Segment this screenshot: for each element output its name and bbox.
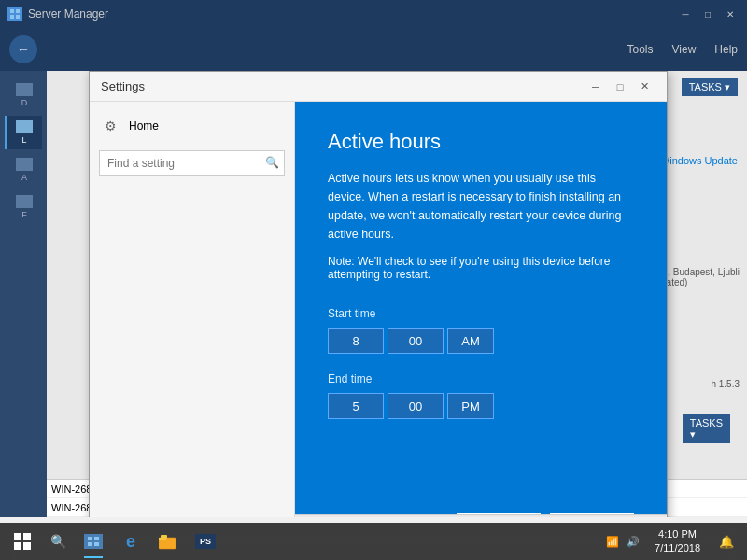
tools-menu[interactable]: Tools — [627, 43, 654, 56]
settings-sidebar: ⚙ Home 🔍 — [90, 102, 295, 517]
taskbar-date-display: 7/11/2018 — [655, 541, 700, 555]
tasks-button-bottom[interactable]: TASKS ▾ — [683, 414, 730, 443]
start-button[interactable] — [4, 523, 41, 560]
latest-updates-bar: Looking for info on the latest updates? … — [295, 515, 667, 517]
sidebar-icon-a — [16, 158, 33, 171]
server-manager-title: Server Manager — [28, 7, 108, 21]
dialog-note: Note: We'll check to see if you're using… — [328, 255, 634, 281]
sidebar-item-d[interactable]: D — [5, 78, 42, 112]
taskbar-notification-button[interactable]: 🔔 — [710, 523, 743, 560]
start-hour-field[interactable]: 8 — [328, 328, 384, 354]
taskbar-clock[interactable]: 4:10 PM 7/11/2018 — [649, 527, 706, 556]
settings-minimize-button[interactable]: ─ — [585, 76, 607, 98]
server-manager-window: Server Manager ─ □ ✕ ← Tools View Help D… — [0, 0, 747, 560]
svg-rect-8 — [88, 537, 92, 540]
settings-window: Settings ─ □ ✕ ⚙ Home — [89, 71, 668, 517]
sm-close-button[interactable]: ✕ — [721, 5, 740, 23]
svg-rect-11 — [94, 542, 99, 546]
network-icon: 📶 — [606, 536, 619, 548]
sidebar-icon-d — [16, 83, 33, 96]
settings-maximize-button[interactable]: □ — [609, 76, 631, 98]
sm-layout: D L A F TASKS ▾ using Windows Update — [0, 71, 747, 517]
settings-close-button[interactable]: ✕ — [633, 76, 655, 98]
taskbar-item-powershell[interactable]: PS — [187, 523, 224, 560]
taskbar-system-icons: 📶 🔊 — [600, 536, 645, 548]
sm-window-controls: ─ □ ✕ — [676, 5, 740, 23]
sm-maximize-button[interactable]: □ — [698, 5, 717, 23]
sm-back-button[interactable]: ← — [9, 35, 37, 63]
powershell-icon: PS — [195, 534, 216, 549]
volume-icon: 🔊 — [627, 536, 640, 548]
taskbar: 🔍 e PS 📶 🔊 4:10 PM — [0, 523, 747, 560]
sm-minimize-button[interactable]: ─ — [676, 5, 695, 23]
settings-body: ⚙ Home 🔍 2018-05 Cumulative Update for W… — [90, 102, 667, 517]
start-time-fields: 8 00 AM — [328, 328, 634, 354]
active-hours-dialog: Active hours Active hours lets us know w… — [295, 102, 667, 517]
view-menu[interactable]: View — [672, 43, 697, 56]
dialog-title: Active hours — [328, 130, 634, 154]
svg-rect-4 — [14, 533, 21, 540]
svg-rect-7 — [23, 542, 31, 550]
taskbar-right-area: 📶 🔊 4:10 PM 7/11/2018 🔔 — [600, 523, 743, 560]
svg-rect-0 — [10, 9, 14, 13]
taskbar-time-display: 4:10 PM — [655, 527, 700, 541]
taskbar-search-button[interactable]: 🔍 — [41, 523, 75, 560]
search-icon: 🔍 — [265, 156, 279, 169]
settings-title: Settings — [101, 79, 585, 93]
settings-search-container: 🔍 — [99, 150, 285, 176]
server-manager-icon — [7, 7, 22, 21]
settings-window-controls: ─ □ ✕ — [585, 76, 655, 98]
sidebar-icon-f — [16, 195, 33, 208]
sm-menu-bar: ← Tools View Help — [0, 28, 747, 71]
taskbar-item-explorer[interactable] — [149, 523, 187, 560]
looking-updates-section: Looking for info on the latest updates? … — [295, 514, 667, 517]
sidebar-icon-l — [16, 120, 33, 133]
server-manager-titlebar: Server Manager ─ □ ✕ — [0, 0, 747, 28]
sm-main-content: TASKS ▾ using Windows Update atislava, B… — [47, 71, 747, 517]
settings-home-label: Home — [129, 119, 159, 133]
settings-content-area: 2018-05 Cumulative Update for Windows Se… — [295, 102, 667, 517]
end-time-fields: 5 00 PM — [328, 393, 634, 419]
tasks-button-top[interactable]: TASKS ▾ — [682, 78, 738, 96]
svg-rect-5 — [23, 533, 31, 540]
server-manager-taskbar-icon — [84, 534, 103, 549]
svg-rect-9 — [94, 537, 99, 540]
svg-rect-1 — [16, 9, 20, 13]
sidebar-item-a[interactable]: A — [5, 153, 42, 187]
taskbar-item-ie[interactable]: e — [112, 523, 149, 560]
end-time-label: End time — [328, 372, 634, 385]
svg-rect-2 — [10, 15, 14, 19]
end-hour-field[interactable]: 5 — [328, 393, 384, 419]
svg-rect-14 — [161, 535, 167, 539]
version-text: h 1.5.3 — [711, 379, 740, 389]
start-time-label: Start time — [328, 307, 634, 320]
svg-rect-6 — [14, 542, 21, 550]
end-ampm-field[interactable]: PM — [447, 393, 494, 419]
svg-rect-10 — [88, 542, 92, 546]
settings-home-item[interactable]: ⚙ Home — [90, 109, 294, 143]
end-min-field[interactable]: 00 — [388, 393, 444, 419]
gear-icon: ⚙ — [105, 119, 120, 133]
sidebar-item-f[interactable]: F — [5, 190, 42, 224]
sidebar-item-l[interactable]: L — [5, 116, 42, 149]
sm-sidebar: D L A F — [0, 71, 47, 517]
settings-search-input[interactable] — [99, 150, 285, 176]
svg-rect-3 — [16, 15, 20, 19]
settings-titlebar: Settings ─ □ ✕ — [90, 72, 667, 102]
start-min-field[interactable]: 00 — [388, 328, 444, 354]
taskbar-item-server-manager[interactable] — [75, 523, 112, 560]
start-ampm-field[interactable]: AM — [447, 328, 494, 354]
help-menu[interactable]: Help — [714, 43, 738, 56]
dialog-description: Active hours lets us know when you usual… — [328, 169, 634, 244]
